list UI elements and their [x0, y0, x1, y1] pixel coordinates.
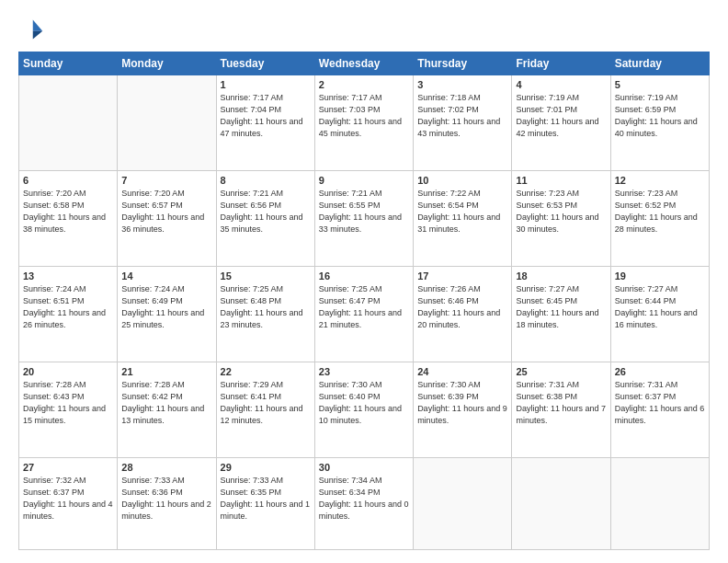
- calendar-cell: [118, 75, 216, 171]
- day-number: 2: [319, 79, 409, 90]
- calendar-cell: 2Sunrise: 7:17 AMSunset: 7:03 PMDaylight…: [314, 75, 413, 171]
- calendar-header-thursday: Thursday: [414, 52, 512, 75]
- day-info: Sunrise: 7:27 AMSunset: 6:45 PMDaylight:…: [516, 283, 606, 331]
- day-info: Sunrise: 7:22 AMSunset: 6:54 PMDaylight:…: [417, 188, 507, 236]
- calendar-cell: 9Sunrise: 7:21 AMSunset: 6:55 PMDaylight…: [314, 170, 413, 266]
- day-info: Sunrise: 7:31 AMSunset: 6:38 PMDaylight:…: [516, 379, 606, 427]
- day-number: 8: [221, 175, 311, 186]
- day-number: 14: [121, 270, 211, 282]
- calendar-cell: 1Sunrise: 7:17 AMSunset: 7:04 PMDaylight…: [216, 75, 314, 171]
- day-info: Sunrise: 7:25 AMSunset: 6:48 PMDaylight:…: [221, 283, 311, 331]
- calendar-cell: 25Sunrise: 7:31 AMSunset: 6:38 PMDayligh…: [512, 362, 610, 457]
- calendar-cell: [19, 75, 118, 171]
- calendar-cell: 15Sunrise: 7:25 AMSunset: 6:48 PMDayligh…: [216, 266, 314, 362]
- calendar-cell: 21Sunrise: 7:28 AMSunset: 6:42 PMDayligh…: [118, 362, 216, 457]
- day-number: 10: [417, 175, 507, 186]
- calendar-cell: [512, 457, 610, 549]
- day-number: 11: [516, 175, 606, 186]
- day-info: Sunrise: 7:33 AMSunset: 6:36 PMDaylight:…: [121, 475, 211, 523]
- day-info: Sunrise: 7:34 AMSunset: 6:34 PMDaylight:…: [319, 475, 409, 523]
- day-info: Sunrise: 7:23 AMSunset: 6:52 PMDaylight:…: [615, 188, 705, 236]
- day-info: Sunrise: 7:24 AMSunset: 6:49 PMDaylight:…: [121, 283, 211, 331]
- day-number: 6: [23, 175, 113, 186]
- logo-icon: [18, 17, 44, 42]
- page-header: [18, 17, 710, 42]
- day-number: 7: [121, 175, 211, 186]
- day-number: 26: [615, 366, 705, 377]
- day-info: Sunrise: 7:29 AMSunset: 6:41 PMDaylight:…: [221, 379, 311, 427]
- calendar-cell: 20Sunrise: 7:28 AMSunset: 6:43 PMDayligh…: [19, 362, 118, 457]
- day-number: 20: [23, 366, 113, 377]
- day-info: Sunrise: 7:24 AMSunset: 6:51 PMDaylight:…: [23, 283, 113, 331]
- day-number: 3: [417, 79, 507, 90]
- calendar-cell: 30Sunrise: 7:34 AMSunset: 6:34 PMDayligh…: [314, 457, 413, 549]
- calendar-cell: 8Sunrise: 7:21 AMSunset: 6:56 PMDaylight…: [216, 170, 314, 266]
- day-info: Sunrise: 7:31 AMSunset: 6:37 PMDaylight:…: [615, 379, 705, 427]
- calendar-header-monday: Monday: [118, 52, 216, 75]
- day-info: Sunrise: 7:26 AMSunset: 6:46 PMDaylight:…: [417, 283, 507, 331]
- day-number: 13: [23, 270, 113, 282]
- calendar-cell: 17Sunrise: 7:26 AMSunset: 6:46 PMDayligh…: [414, 266, 512, 362]
- calendar-cell: 23Sunrise: 7:30 AMSunset: 6:40 PMDayligh…: [314, 362, 413, 457]
- day-number: 27: [23, 462, 113, 473]
- day-number: 29: [221, 462, 311, 473]
- calendar-cell: 14Sunrise: 7:24 AMSunset: 6:49 PMDayligh…: [118, 266, 216, 362]
- day-info: Sunrise: 7:20 AMSunset: 6:58 PMDaylight:…: [23, 188, 113, 236]
- calendar-cell: 11Sunrise: 7:23 AMSunset: 6:53 PMDayligh…: [512, 170, 610, 266]
- calendar-cell: 4Sunrise: 7:19 AMSunset: 7:01 PMDaylight…: [512, 75, 610, 171]
- svg-marker-1: [33, 20, 43, 31]
- day-info: Sunrise: 7:28 AMSunset: 6:42 PMDaylight:…: [121, 379, 211, 427]
- calendar-header-row: SundayMondayTuesdayWednesdayThursdayFrid…: [19, 52, 710, 75]
- calendar-cell: 7Sunrise: 7:20 AMSunset: 6:57 PMDaylight…: [118, 170, 216, 266]
- calendar-cell: 18Sunrise: 7:27 AMSunset: 6:45 PMDayligh…: [512, 266, 610, 362]
- day-number: 21: [121, 366, 211, 377]
- calendar-cell: 28Sunrise: 7:33 AMSunset: 6:36 PMDayligh…: [118, 457, 216, 549]
- calendar-cell: 19Sunrise: 7:27 AMSunset: 6:44 PMDayligh…: [610, 266, 709, 362]
- calendar-cell: [610, 457, 709, 549]
- calendar-header-tuesday: Tuesday: [216, 52, 314, 75]
- day-info: Sunrise: 7:23 AMSunset: 6:53 PMDaylight:…: [516, 188, 606, 236]
- day-number: 23: [319, 366, 409, 377]
- day-info: Sunrise: 7:21 AMSunset: 6:55 PMDaylight:…: [319, 188, 409, 236]
- calendar-cell: 6Sunrise: 7:20 AMSunset: 6:58 PMDaylight…: [19, 170, 118, 266]
- day-number: 15: [221, 270, 311, 282]
- calendar-header-friday: Friday: [512, 52, 610, 75]
- calendar-header-saturday: Saturday: [610, 52, 709, 75]
- calendar-cell: 16Sunrise: 7:25 AMSunset: 6:47 PMDayligh…: [314, 266, 413, 362]
- calendar-cell: 26Sunrise: 7:31 AMSunset: 6:37 PMDayligh…: [610, 362, 709, 457]
- calendar-cell: 27Sunrise: 7:32 AMSunset: 6:37 PMDayligh…: [19, 457, 118, 549]
- svg-marker-2: [33, 31, 43, 40]
- day-number: 12: [615, 175, 705, 186]
- day-number: 30: [319, 462, 409, 473]
- day-number: 28: [121, 462, 211, 473]
- day-info: Sunrise: 7:18 AMSunset: 7:02 PMDaylight:…: [417, 92, 507, 140]
- day-number: 16: [319, 270, 409, 282]
- day-info: Sunrise: 7:27 AMSunset: 6:44 PMDaylight:…: [615, 283, 705, 331]
- day-info: Sunrise: 7:17 AMSunset: 7:04 PMDaylight:…: [221, 92, 311, 140]
- day-info: Sunrise: 7:32 AMSunset: 6:37 PMDaylight:…: [23, 475, 113, 523]
- calendar-cell: 13Sunrise: 7:24 AMSunset: 6:51 PMDayligh…: [19, 266, 118, 362]
- calendar-table: SundayMondayTuesdayWednesdayThursdayFrid…: [18, 52, 710, 550]
- logo: [18, 17, 48, 42]
- day-info: Sunrise: 7:33 AMSunset: 6:35 PMDaylight:…: [221, 475, 311, 523]
- day-number: 25: [516, 366, 606, 377]
- calendar-cell: [414, 457, 512, 549]
- day-number: 5: [615, 79, 705, 90]
- day-number: 24: [417, 366, 507, 377]
- calendar-cell: 29Sunrise: 7:33 AMSunset: 6:35 PMDayligh…: [216, 457, 314, 549]
- day-info: Sunrise: 7:28 AMSunset: 6:43 PMDaylight:…: [23, 379, 113, 427]
- day-info: Sunrise: 7:20 AMSunset: 6:57 PMDaylight:…: [121, 188, 211, 236]
- day-number: 18: [516, 270, 606, 282]
- day-number: 4: [516, 79, 606, 90]
- day-number: 1: [221, 79, 311, 90]
- calendar-cell: 22Sunrise: 7:29 AMSunset: 6:41 PMDayligh…: [216, 362, 314, 457]
- calendar-cell: 3Sunrise: 7:18 AMSunset: 7:02 PMDaylight…: [414, 75, 512, 171]
- day-info: Sunrise: 7:25 AMSunset: 6:47 PMDaylight:…: [319, 283, 409, 331]
- calendar-header-sunday: Sunday: [19, 52, 118, 75]
- day-info: Sunrise: 7:30 AMSunset: 6:39 PMDaylight:…: [417, 379, 507, 427]
- day-info: Sunrise: 7:19 AMSunset: 6:59 PMDaylight:…: [615, 92, 705, 140]
- calendar-header-wednesday: Wednesday: [314, 52, 413, 75]
- day-number: 22: [221, 366, 311, 377]
- day-number: 9: [319, 175, 409, 186]
- calendar-cell: 12Sunrise: 7:23 AMSunset: 6:52 PMDayligh…: [610, 170, 709, 266]
